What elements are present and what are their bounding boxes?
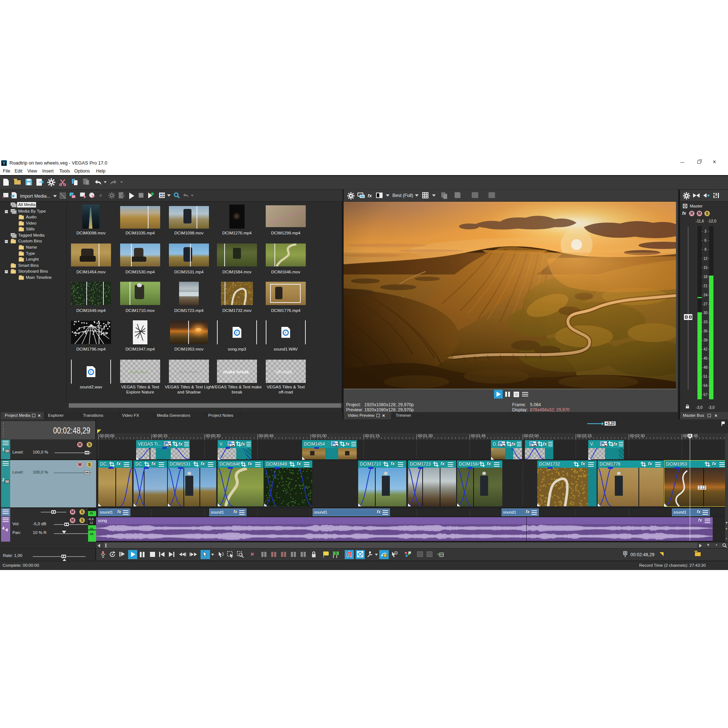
svg-text:+: +: [437, 551, 440, 557]
